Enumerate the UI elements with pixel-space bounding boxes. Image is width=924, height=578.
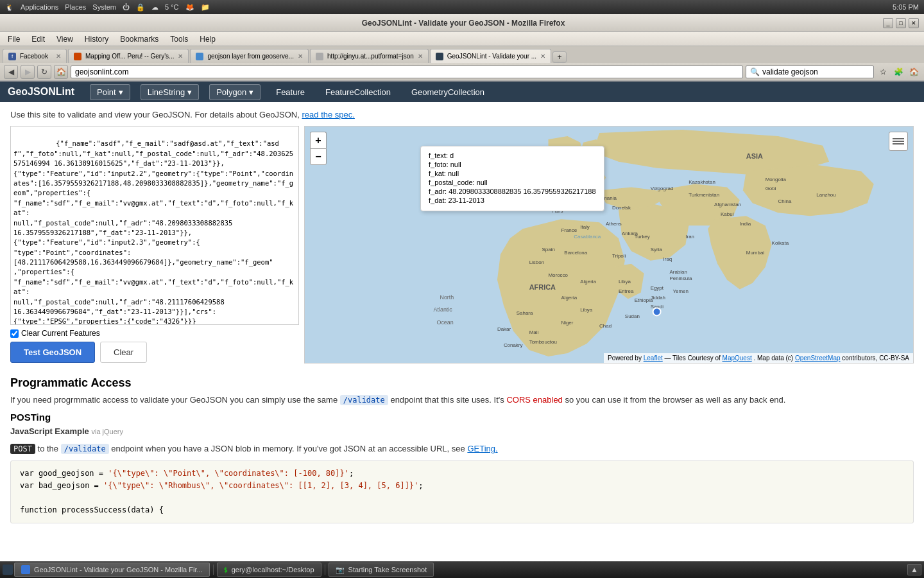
tab-close-ginyu[interactable]: ✕ <box>418 53 423 60</box>
zoom-out-button[interactable]: − <box>310 148 327 165</box>
menu-edit[interactable]: Edit <box>26 33 50 45</box>
menu-bar: File Edit View History Bookmarks Tools H… <box>0 32 924 46</box>
home-page-icon[interactable]: 🏠 <box>907 66 920 78</box>
app-nav: GeoJSONLint Point ▾ LineString ▾ Polygon… <box>0 82 924 102</box>
zoom-in-button[interactable]: + <box>310 132 327 148</box>
posting-title: POSTing <box>10 412 914 423</box>
tab-geojson-layer[interactable]: geojson layer from geoserve... ✕ <box>190 49 309 63</box>
close-btn[interactable]: ✕ <box>909 18 919 28</box>
forward-button[interactable]: ▶ <box>21 65 35 79</box>
editor-actions: Clear Current Features <box>10 329 299 338</box>
cors-link[interactable]: CORS enabled <box>506 395 562 405</box>
tab-label-ginyu: http://ginyu.at...putformat=json <box>327 53 414 60</box>
svg-text:Ocean: Ocean <box>436 319 453 326</box>
places-menu[interactable]: Places <box>65 3 86 11</box>
svg-text:Sahara: Sahara <box>517 310 533 316</box>
url-bar[interactable]: geojsonlint.com <box>71 66 743 78</box>
time: 5:05 PM <box>893 3 919 11</box>
shutdown-icon[interactable]: ⏻ <box>123 3 130 11</box>
browser-chrome: GeoJSONLint - Validate your GeoJSON - Mo… <box>0 14 924 82</box>
new-tab-button[interactable]: + <box>552 51 567 63</box>
tab-facebook[interactable]: f Facebook ✕ <box>3 49 67 63</box>
svg-text:Kolkata: Kolkata <box>772 240 789 246</box>
lock-icon[interactable]: 🔒 <box>136 3 145 12</box>
map-layers-button[interactable] <box>889 132 908 151</box>
tab-close-geojson-layer[interactable]: ✕ <box>298 53 303 60</box>
back-button[interactable]: ◀ <box>4 65 18 79</box>
search-bar[interactable]: 🔍 validate geojson <box>746 66 874 78</box>
svg-text:Algeria: Algeria <box>580 279 596 285</box>
svg-text:Spain: Spain <box>542 247 555 252</box>
tab-geojsonlint[interactable]: GeoJSONLint - Validate your ... ✕ <box>430 49 551 63</box>
menu-help[interactable]: Help <box>194 33 221 45</box>
os-icon: 🐧 <box>5 3 14 12</box>
nav-polygon-chevron: ▾ <box>249 87 253 97</box>
minimize-btn[interactable]: _ <box>883 18 893 28</box>
post-description: POST to the /validate endpoint when you … <box>10 442 914 455</box>
clear-features-label[interactable]: Clear Current Features <box>10 329 100 338</box>
popup-f-postal-code: f_postal_code: null <box>429 179 596 186</box>
addon-manager-icon[interactable]: 🧩 <box>892 66 905 78</box>
menu-view[interactable]: View <box>51 33 78 45</box>
test-geojson-button[interactable]: Test GeoJSON <box>10 342 95 363</box>
home-button[interactable]: 🏠 <box>54 65 68 79</box>
svg-text:Kazakhstan: Kazakhstan <box>689 180 715 186</box>
svg-text:Morocco: Morocco <box>549 272 569 278</box>
tab-mapping[interactable]: Mapping Off... Peru! -- Gery's... ✕ <box>68 49 189 63</box>
taskbar-screenshot-icon: 📷 <box>336 566 345 574</box>
popup-f-text: f_text: d <box>429 152 596 159</box>
spec-link[interactable]: read the spec. <box>302 110 355 119</box>
nav-polygon[interactable]: Polygon ▾ <box>209 84 261 100</box>
leaflet-link[interactable]: Leaflet <box>644 355 663 362</box>
bookmark-star-icon[interactable]: ☆ <box>877 66 889 78</box>
tab-close-mapping[interactable]: ✕ <box>178 53 183 60</box>
folder-icon[interactable]: 📁 <box>201 3 210 12</box>
tab-favicon-ginyu <box>316 53 323 60</box>
applications-menu[interactable]: Applications <box>21 3 58 11</box>
menu-bookmarks[interactable]: Bookmarks <box>115 33 164 45</box>
tab-ginyu[interactable]: http://ginyu.at...putformat=json ✕ <box>310 49 429 63</box>
svg-text:Algeria: Algeria <box>561 295 577 301</box>
svg-text:China: China <box>778 198 792 204</box>
taskbar-browser-item[interactable]: GeoJSONLint - Validate your GeoJSON - Mo… <box>14 563 210 577</box>
taskbar-expand-btn[interactable]: ▲ <box>907 564 921 575</box>
menu-tools[interactable]: Tools <box>165 33 193 45</box>
svg-text:Athens: Athens <box>606 221 622 227</box>
nav-linestring[interactable]: LineString ▾ <box>141 84 200 100</box>
menu-history[interactable]: History <box>80 33 114 45</box>
attribution-cc: contributors, CC-BY-SA <box>842 355 909 362</box>
svg-text:AFRICA: AFRICA <box>529 283 556 291</box>
tab-close-facebook[interactable]: ✕ <box>56 53 61 60</box>
geting-link[interactable]: GETing. <box>467 444 497 453</box>
svg-text:Lanzhou: Lanzhou <box>816 192 835 198</box>
taskbar-terminal-item[interactable]: $ gery@localhost:~/Desktop <box>217 563 321 577</box>
svg-text:Volgograd: Volgograd <box>651 186 674 191</box>
mapquest-link[interactable]: MapQuest <box>723 355 752 362</box>
nav-feature-collection[interactable]: FeatureCollection <box>320 85 396 100</box>
tab-favicon-geojson-layer <box>196 53 203 60</box>
clear-button[interactable]: Clear <box>100 342 147 363</box>
window-controls: _ □ ✕ <box>883 18 919 28</box>
tab-label-facebook: Facebook <box>20 53 52 60</box>
menu-file[interactable]: File <box>3 33 25 45</box>
validate-endpoint-inline: /validate <box>340 395 388 405</box>
editor-content: {"f_name":"asdf","f_e_mail":"sadf@asd.at… <box>13 139 293 325</box>
taskbar-screenshot-item[interactable]: 📷 Starting Take Screenshot <box>329 563 434 577</box>
map-container[interactable]: EUROPE ASIA AFRICA North Atlantic Ocean … <box>304 126 914 363</box>
geojson-editor[interactable]: {"f_name":"asdf","f_e_mail":"sadf@asd.at… <box>10 126 299 325</box>
openstreetmap-link[interactable]: OpenStreetMap <box>795 355 841 362</box>
nav-point[interactable]: Point ▾ <box>90 84 130 100</box>
maximize-btn[interactable]: □ <box>896 18 906 28</box>
system-menu[interactable]: System <box>92 3 116 11</box>
tab-favicon-facebook: f <box>8 53 16 60</box>
popup-f-adr: f_adr: 48.2098033308882835 16.3579559326… <box>429 188 596 195</box>
clear-features-checkbox[interactable] <box>10 329 19 338</box>
tab-close-geojsonlint[interactable]: ✕ <box>540 53 545 60</box>
reload-button[interactable]: ↻ <box>37 65 51 79</box>
svg-text:Libya: Libya <box>619 279 631 285</box>
svg-text:Atlantic: Atlantic <box>433 306 452 313</box>
svg-text:Ethiopia: Ethiopia <box>635 298 653 304</box>
nav-feature[interactable]: Feature <box>271 85 310 100</box>
nav-geometry-collection[interactable]: GeometryCollection <box>406 85 490 100</box>
taskbar-separator2 <box>325 565 325 575</box>
